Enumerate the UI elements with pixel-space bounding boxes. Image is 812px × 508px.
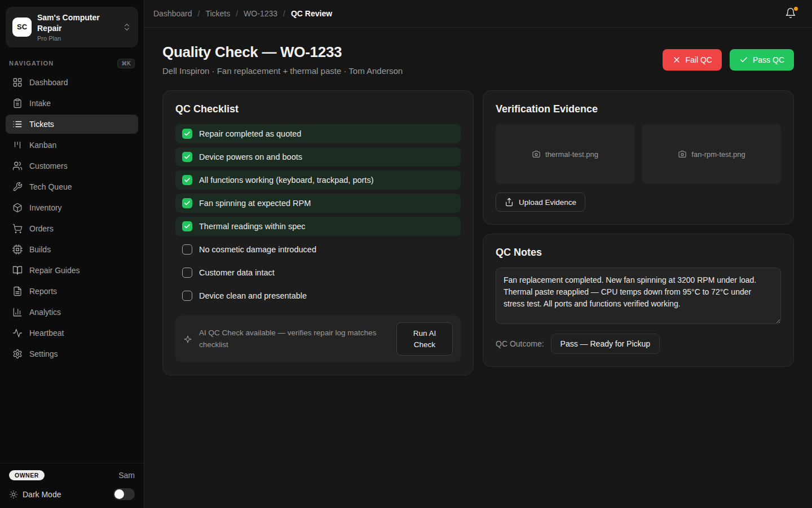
checklist-item[interactable]: Device clean and presentable xyxy=(175,286,461,305)
checklist-item[interactable]: Thermal readings within spec xyxy=(175,217,461,236)
dark-mode-label: Dark Mode xyxy=(23,490,109,499)
checklist-item[interactable]: All functions working (keyboard, trackpa… xyxy=(175,170,461,190)
main-area: Dashboard Tickets WO-1233 QC Review Qual… xyxy=(144,0,812,508)
fail-qc-button[interactable]: Fail QC xyxy=(663,49,722,71)
run-ai-check-button[interactable]: Run AI Check xyxy=(396,322,453,356)
qc-checklist-card: QC Checklist Repair completed as quoted … xyxy=(162,90,474,375)
sidebar-item-orders[interactable]: Orders xyxy=(6,219,138,238)
command-k-shortcut[interactable]: ⌘K xyxy=(117,59,135,68)
breadcrumb-separator xyxy=(283,9,285,18)
book-open-icon xyxy=(12,265,23,275)
package-icon xyxy=(12,203,23,213)
sidebar-item-tickets[interactable]: Tickets xyxy=(6,115,138,134)
cpu-icon xyxy=(12,244,23,255)
sun-icon xyxy=(9,490,18,499)
wrench-icon xyxy=(12,182,23,192)
breadcrumb-dashboard[interactable]: Dashboard xyxy=(153,9,192,18)
sidebar-item-intake[interactable]: Intake xyxy=(6,94,138,113)
layout-grid-icon xyxy=(12,77,23,87)
content-grid: QC Checklist Repair completed as quoted … xyxy=(162,90,794,375)
checklist-item[interactable]: Customer data intact xyxy=(175,263,461,282)
sidebar-item-kanban[interactable]: Kanban xyxy=(6,135,138,155)
breadcrumb: Dashboard Tickets WO-1233 QC Review xyxy=(153,9,332,18)
qc-outcome-value: Pass — Ready for Pickup xyxy=(561,339,651,348)
cart-icon xyxy=(12,224,23,234)
sidebar-footer: OWNER Sam Dark Mode xyxy=(0,463,144,508)
nav-section-label: NAVIGATION xyxy=(9,60,54,67)
sidebar-item-reports[interactable]: Reports xyxy=(6,282,138,301)
org-switcher[interactable]: SC Sam's Computer Repair Pro Plan xyxy=(6,7,138,47)
pass-qc-button[interactable]: Pass QC xyxy=(730,49,794,71)
breadcrumb-tickets[interactable]: Tickets xyxy=(205,9,230,18)
sidebar-item-settings[interactable]: Settings xyxy=(6,344,138,364)
camera-icon xyxy=(678,150,687,159)
checkbox[interactable] xyxy=(182,152,192,162)
check-icon xyxy=(184,223,191,230)
checklist-item[interactable]: Repair completed as quoted xyxy=(175,124,461,143)
org-avatar: SC xyxy=(12,17,32,37)
sidebar-item-heartbeat[interactable]: Heartbeat xyxy=(6,323,138,343)
sidebar-item-inventory[interactable]: Inventory xyxy=(6,198,138,217)
qc-checklist-title: QC Checklist xyxy=(175,103,461,115)
bar-chart-icon xyxy=(12,307,23,317)
ai-banner-text: AI QC Check available — verifies repair … xyxy=(199,327,390,351)
breadcrumb-wo-1233[interactable]: WO-1233 xyxy=(244,9,277,18)
chevrons-up-down-icon xyxy=(122,23,131,32)
sidebar-item-builds[interactable]: Builds xyxy=(6,240,138,259)
checkbox[interactable] xyxy=(182,129,192,139)
checkbox[interactable] xyxy=(182,175,192,185)
activity-icon xyxy=(12,328,23,338)
evidence-thumbnail[interactable]: thermal-test.png xyxy=(496,124,634,184)
qc-outcome-row: QC Outcome: Pass — Ready for Pickup xyxy=(496,334,781,354)
page-heading-group: Quality Check — WO-1233 Dell Inspiron · … xyxy=(162,43,403,76)
evidence-thumbnails: thermal-test.png fan-rpm-test.png xyxy=(496,124,781,184)
qc-outcome-label: QC Outcome: xyxy=(496,339,544,348)
check-icon xyxy=(184,177,191,183)
dark-mode-row: Dark Mode xyxy=(9,488,135,500)
check-icon xyxy=(739,55,748,64)
checklist-item[interactable]: Fan spinning at expected RPM xyxy=(175,194,461,213)
upload-evidence-button[interactable]: Upload Evidence xyxy=(496,192,585,212)
evidence-filename: thermal-test.png xyxy=(545,150,598,159)
checkbox[interactable] xyxy=(182,221,192,231)
verification-evidence-card: Verification Evidence thermal-test.png f… xyxy=(483,90,794,225)
sidebar-item-tech-queue[interactable]: Tech Queue xyxy=(6,177,138,196)
qc-notes-card: QC Notes Fan replacement completed. New … xyxy=(483,234,794,367)
page-title: Quality Check — WO-1233 xyxy=(162,43,403,61)
dark-mode-toggle[interactable] xyxy=(113,488,135,500)
verification-evidence-title: Verification Evidence xyxy=(496,103,781,115)
qc-outcome-select[interactable]: Pass — Ready for Pickup xyxy=(551,334,660,354)
notification-dot xyxy=(794,7,798,11)
qc-notes-textarea[interactable]: Fan replacement completed. New fan spinn… xyxy=(496,268,781,324)
nav-header: NAVIGATION ⌘K xyxy=(0,50,144,73)
checkbox[interactable] xyxy=(182,268,192,278)
checklist-item[interactable]: Device powers on and boots xyxy=(175,147,461,167)
evidence-thumbnail[interactable]: fan-rpm-test.png xyxy=(642,124,781,184)
checkbox[interactable] xyxy=(182,244,192,255)
sidebar: SC Sam's Computer Repair Pro Plan NAVIGA… xyxy=(0,0,144,508)
checkbox[interactable] xyxy=(182,198,192,208)
checkbox[interactable] xyxy=(182,291,192,301)
breadcrumb-current: QC Review xyxy=(291,9,332,18)
topbar: Dashboard Tickets WO-1233 QC Review xyxy=(144,0,812,28)
sidebar-item-analytics[interactable]: Analytics xyxy=(6,303,138,322)
toggle-knob xyxy=(114,489,124,499)
owner-row: OWNER Sam xyxy=(9,470,135,480)
owner-badge: OWNER xyxy=(9,470,45,480)
list-icon xyxy=(12,119,23,129)
clipboard-icon xyxy=(12,98,23,108)
notifications-button[interactable] xyxy=(785,7,797,20)
kanban-icon xyxy=(12,140,23,150)
sidebar-item-customers[interactable]: Customers xyxy=(6,156,138,176)
header-actions: Fail QC Pass QC xyxy=(663,49,794,71)
ai-qc-banner: AI QC Check available — verifies repair … xyxy=(175,316,461,362)
sparkles-icon xyxy=(183,335,192,344)
page-content: Quality Check — WO-1233 Dell Inspiron · … xyxy=(144,28,812,508)
org-meta: Sam's Computer Repair Pro Plan xyxy=(37,12,117,42)
checklist-item[interactable]: No cosmetic damage introduced xyxy=(175,240,461,259)
file-text-icon xyxy=(12,286,23,296)
check-icon xyxy=(184,200,191,207)
org-name: Sam's Computer Repair xyxy=(37,12,117,34)
sidebar-item-repair-guides[interactable]: Repair Guides xyxy=(6,261,138,280)
sidebar-item-dashboard[interactable]: Dashboard xyxy=(6,73,138,92)
